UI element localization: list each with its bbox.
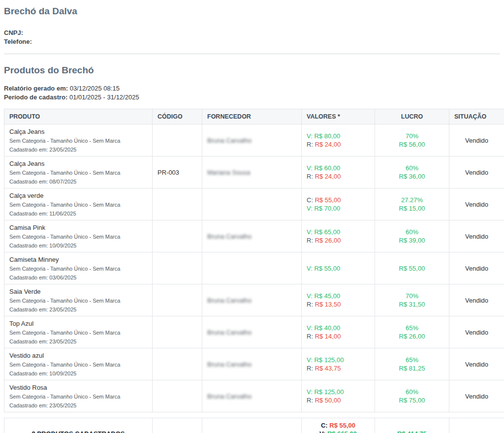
table-row: Camiseta MinneySem Categoria - Tamanho Ú… xyxy=(4,252,504,284)
value-line: C: R$ 55,00 xyxy=(307,421,370,430)
values-cell: V: R$ 60,00R: R$ 24,00 xyxy=(302,156,375,188)
profit-cell: 70%R$ 31,50 xyxy=(375,284,449,316)
value-amount: R$ 45,00 xyxy=(314,292,340,300)
product-cell: Camiseta MinneySem Categoria - Tamanho Ú… xyxy=(4,252,153,284)
value-line: V: R$ 665,00 xyxy=(307,430,370,433)
supplier-name: Bruna Carvalho xyxy=(207,297,252,304)
profit-percent: 65% xyxy=(380,356,444,364)
value-amount: R$ 80,00 xyxy=(314,132,340,140)
values-cell: V: R$ 55,00 xyxy=(302,252,375,284)
header-divider xyxy=(4,54,500,54)
table-row: Vestido RosaSem Categoria - Tamanho Únic… xyxy=(4,380,504,412)
value-label: R: xyxy=(307,397,315,404)
period-label: Período de cadastro: xyxy=(4,93,67,101)
status-text: Vendido xyxy=(465,297,488,304)
value-line: R: R$ 43,75 xyxy=(307,364,370,372)
status-text: Vendido xyxy=(465,329,488,336)
product-name: Calça Jeans xyxy=(9,159,147,168)
value-label: V: xyxy=(307,265,314,272)
status-cell: Vendido xyxy=(449,156,504,188)
product-code-cell xyxy=(153,284,202,316)
cnpj-label: CNPJ: xyxy=(4,29,23,36)
supplier-name: Mariana Sousa xyxy=(207,169,250,176)
profit-value: R$ 36,00 xyxy=(380,172,444,181)
supplier-name: Bruna Carvalho xyxy=(207,361,252,368)
status-cell: Vendido xyxy=(449,284,504,316)
supplier-cell: Bruna Carvalho xyxy=(202,380,302,412)
status-cell: Vendido xyxy=(449,188,504,220)
summary-table: 9 PRODUTOS CADASTRADOS C: R$ 55,00V: R$ … xyxy=(4,418,504,433)
value-amount: R$ 125,00 xyxy=(314,388,344,396)
phone-line: Telefone: xyxy=(4,37,500,46)
supplier-cell: Bruna Carvalho xyxy=(202,348,302,380)
product-name: Camiseta Minney xyxy=(9,255,147,264)
product-code-cell xyxy=(153,220,202,252)
value-label: R: xyxy=(307,301,315,308)
value-line: R: R$ 13,50 xyxy=(307,300,370,309)
value-amount: R$ 70,00 xyxy=(314,205,340,212)
supplier-cell: Bruna Carvalho xyxy=(202,284,302,316)
product-registered-date: Cadastrado em: 10/09/2025 xyxy=(9,242,147,249)
generated-value: 03/12/2025 08:15 xyxy=(70,85,120,92)
status-cell: Vendido xyxy=(449,220,504,252)
store-name: Brechó da Dalva xyxy=(4,6,500,17)
value-label: R: xyxy=(307,141,315,148)
product-code-cell xyxy=(153,348,202,380)
product-code-cell xyxy=(153,124,202,156)
value-label: C: xyxy=(307,196,315,204)
product-registered-date: Cadastrado em: 23/05/2025 xyxy=(9,146,147,153)
supplier-cell xyxy=(202,188,302,220)
value-line: V: R$ 60,00 xyxy=(307,164,370,172)
report-page: Brechó da Dalva CNPJ: Telefone: Produtos… xyxy=(0,0,504,433)
period-line: Período de cadastro: 01/01/2025 - 31/12/… xyxy=(4,93,500,102)
generated-line: Relatório gerado em: 03/12/2025 08:15 xyxy=(4,84,500,93)
company-info: CNPJ: Telefone: xyxy=(4,29,500,46)
table-row: Vestido azulSem Categoria - Tamanho Únic… xyxy=(4,348,504,380)
cnpj-line: CNPJ: xyxy=(4,29,500,37)
profit-cell: 65%R$ 81,25 xyxy=(375,348,449,380)
supplier-name: Bruna Carvalho xyxy=(207,329,252,336)
product-details: Sem Categoria - Tamanho Único - Sem Marc… xyxy=(9,329,147,336)
product-details: Sem Categoria - Tamanho Único - Sem Marc… xyxy=(9,137,147,144)
product-code-cell xyxy=(153,252,202,284)
value-amount: R$ 65,00 xyxy=(314,228,340,236)
supplier-name: Bruna Carvalho xyxy=(207,233,252,240)
status-text: Vendido xyxy=(465,393,488,400)
value-amount: R$ 55,00 xyxy=(315,196,341,204)
value-label: V: xyxy=(307,228,314,236)
summary-codigo-empty xyxy=(153,418,202,433)
product-details: Sem Categoria - Tamanho Único - Sem Marc… xyxy=(9,233,147,240)
supplier-name: Bruna Carvalho xyxy=(207,137,252,144)
supplier-cell: Bruna Carvalho xyxy=(202,316,302,348)
product-registered-date: Cadastrado em: 23/05/2025 xyxy=(9,338,147,345)
profit-cell: 60%R$ 39,00 xyxy=(375,220,449,252)
status-cell: Vendido xyxy=(449,380,504,412)
product-name: Saia Verde xyxy=(9,287,147,296)
value-label: V: xyxy=(307,292,314,300)
value-line: R: R$ 24,00 xyxy=(307,172,370,181)
status-text: Vendido xyxy=(465,137,488,144)
value-line: R: R$ 50,00 xyxy=(307,396,370,404)
product-details: Sem Categoria - Tamanho Único - Sem Marc… xyxy=(9,169,147,176)
values-cell: V: R$ 125,00R: R$ 43,75 xyxy=(302,348,375,380)
summary-valores: C: R$ 55,00V: R$ 665,00R: R$ 195,25 xyxy=(302,418,375,433)
values-cell: C: R$ 55,00V: R$ 70,00 xyxy=(302,188,375,220)
product-registered-date: Cadastrado em: 03/06/2025 xyxy=(9,274,147,281)
supplier-cell: Mariana Sousa xyxy=(202,156,302,188)
col-header-fornecedor: FORNECEDOR xyxy=(202,109,302,124)
profit-value: R$ 81,25 xyxy=(380,364,444,372)
summary-fornecedor-empty xyxy=(202,418,302,433)
product-details: Sem Categoria - Tamanho Único - Sem Marc… xyxy=(9,361,147,368)
profit-percent: 60% xyxy=(380,228,444,236)
value-line: V: R$ 40,00 xyxy=(307,324,370,332)
report-title: Produtos do Brechó xyxy=(4,65,500,76)
value-line: R: R$ 24,00 xyxy=(307,140,370,149)
value-amount: R$ 665,00 xyxy=(327,430,357,433)
product-cell: Vestido RosaSem Categoria - Tamanho Únic… xyxy=(4,380,153,412)
value-amount: R$ 13,50 xyxy=(315,301,341,308)
table-header-row: PRODUTO CÓDIGO FORNECEDOR VALORES * LUCR… xyxy=(4,109,504,124)
value-amount: R$ 14,00 xyxy=(315,333,341,340)
table-row: Saia VerdeSem Categoria - Tamanho Único … xyxy=(4,284,504,316)
product-cell: Calça verdeSem Categoria - Tamanho Único… xyxy=(4,188,153,220)
product-registered-date: Cadastrado em: 23/05/2025 xyxy=(9,402,147,409)
